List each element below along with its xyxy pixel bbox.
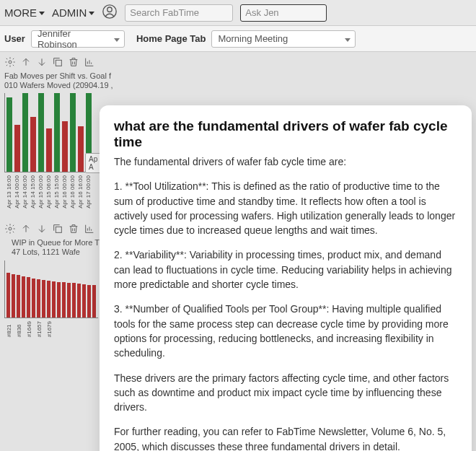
answer-p4: These drivers are the primary factors af… bbox=[114, 371, 457, 415]
answer-p5: For further reading, you can refer to Fa… bbox=[114, 424, 457, 451]
ask-jen-input[interactable]: Ask Jen bbox=[240, 4, 327, 22]
admin-label: ADMIN bbox=[52, 6, 87, 19]
answer-p1: 1. **Tool Utilization**: This is defined… bbox=[114, 179, 457, 237]
filter-bar: User Jennifer Robinson Home Page Tab Mor… bbox=[0, 26, 476, 52]
modal-answer: The fundamental drivers of wafer fab cyc… bbox=[114, 154, 457, 451]
svg-point-1 bbox=[107, 7, 112, 12]
admin-menu[interactable]: ADMIN bbox=[52, 6, 94, 19]
ask-jen-placeholder: Ask Jen bbox=[245, 7, 278, 18]
dashboard-area: Fab Moves per Shift vs. Goal f 010 Wafer… bbox=[0, 52, 476, 451]
caret-down-icon bbox=[39, 12, 45, 15]
homepage-label: Home Page Tab bbox=[136, 33, 206, 44]
caret-down-icon bbox=[89, 12, 94, 15]
homepage-value: Morning Meeting bbox=[218, 33, 288, 44]
user-label: User bbox=[4, 33, 25, 44]
user-profile-icon[interactable] bbox=[102, 4, 118, 22]
homepage-tab-select[interactable]: Morning Meeting bbox=[211, 30, 356, 48]
search-placeholder: Search FabTime bbox=[130, 7, 199, 18]
more-label: MORE bbox=[4, 6, 37, 19]
search-input[interactable]: Search FabTime bbox=[125, 4, 233, 22]
answer-p2: 2. **Variability**: Variability in proce… bbox=[114, 248, 457, 292]
top-nav: MORE ADMIN Search FabTime Ask Jen bbox=[0, 0, 476, 26]
ask-jen-answer-modal: what are the fundamental drivers of wafe… bbox=[100, 105, 472, 451]
modal-title: what are the fundamental drivers of wafe… bbox=[114, 118, 457, 150]
user-value: Jennifer Robinson bbox=[38, 28, 110, 50]
user-select[interactable]: Jennifer Robinson bbox=[31, 30, 125, 48]
answer-p3: 3. **Number of Qualified Tools per Tool … bbox=[114, 302, 457, 360]
more-menu[interactable]: MORE bbox=[4, 6, 45, 19]
answer-intro: The fundamental drivers of wafer fab cyc… bbox=[114, 154, 457, 169]
